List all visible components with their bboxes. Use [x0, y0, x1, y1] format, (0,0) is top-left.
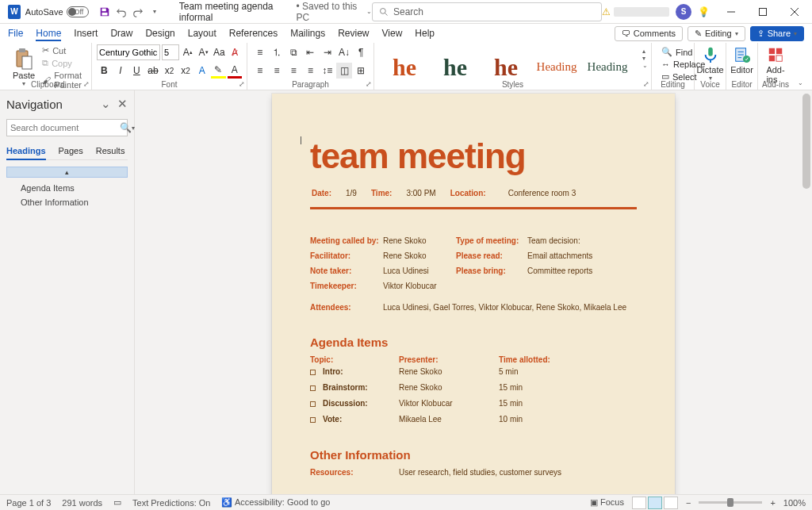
copy-button[interactable]: ⧉ Copy [40, 57, 86, 69]
font-size-select[interactable] [162, 44, 179, 60]
zoom-level[interactable]: 100% [783, 498, 806, 508]
tab-home[interactable]: Home [36, 25, 61, 41]
focus-mode[interactable]: ▣ Focus [590, 497, 624, 508]
superscript-button[interactable]: x2 [178, 63, 193, 79]
zoom-out-icon[interactable]: − [686, 498, 691, 508]
save-icon[interactable] [96, 2, 113, 21]
replace-button[interactable]: ↔ Replace [660, 59, 686, 70]
nav-heading-item[interactable]: Agenda Items [6, 181, 128, 195]
styles-launcher[interactable]: ⤢ [643, 80, 649, 88]
nav-chevron-icon[interactable]: ⌄ [101, 97, 111, 111]
tab-help[interactable]: Help [415, 25, 435, 41]
page-indicator[interactable]: Page 1 of 3 [6, 498, 51, 508]
increase-indent-icon[interactable]: ⇥ [320, 44, 335, 60]
line-spacing-icon[interactable]: ↕≡ [320, 63, 335, 79]
print-layout-icon[interactable] [648, 497, 662, 509]
clipboard-launcher[interactable]: ⤢ [83, 80, 90, 88]
clear-format-icon[interactable]: A̷ [228, 44, 242, 60]
tab-mailings[interactable]: Mailings [290, 25, 325, 41]
tab-view[interactable]: View [382, 25, 403, 41]
maximize-button[interactable] [749, 1, 777, 23]
nav-search-field[interactable] [10, 123, 120, 132]
bold-button[interactable]: B [97, 63, 112, 79]
nav-tab-pages[interactable]: Pages [59, 146, 83, 159]
styles-more-icon[interactable]: ⌄ [642, 62, 648, 69]
style-item[interactable]: he [482, 51, 530, 84]
nav-tab-results[interactable]: Results [96, 146, 125, 159]
styles-up-icon[interactable]: ▴ [642, 48, 648, 55]
tab-insert[interactable]: Insert [74, 25, 98, 41]
warning-icon[interactable]: ⚠ [602, 6, 611, 17]
language-icon[interactable]: ▭ [113, 497, 121, 508]
sort-icon[interactable]: A↓ [336, 44, 351, 60]
undo-icon[interactable] [113, 2, 129, 21]
paragraph-launcher[interactable]: ⤢ [366, 80, 372, 88]
collapse-ribbon-icon[interactable]: ⌄ [798, 79, 803, 86]
underline-button[interactable]: U [129, 63, 144, 79]
strikethrough-button[interactable]: ab [146, 63, 161, 79]
font-launcher[interactable]: ⤢ [239, 80, 245, 88]
tab-review[interactable]: Review [338, 25, 369, 41]
tab-references[interactable]: References [229, 25, 278, 41]
numbering-icon[interactable]: ⒈ [269, 44, 284, 60]
lightbulb-icon[interactable]: 💡 [695, 2, 714, 21]
align-center-icon[interactable]: ≡ [269, 63, 284, 79]
font-color-icon[interactable]: A [228, 63, 243, 79]
cut-button[interactable]: ✂ Cut [40, 44, 86, 56]
editing-mode-button[interactable]: ✎ Editing ▾ [688, 26, 745, 41]
document-title[interactable]: Team meeting agenda informal • Saved to … [179, 1, 372, 23]
styles-down-icon[interactable]: ▾ [642, 55, 648, 62]
tab-draw[interactable]: Draw [110, 25, 132, 41]
shrink-font-icon[interactable]: A▾ [197, 44, 211, 60]
editor-button[interactable]: Editor [731, 44, 753, 76]
nav-heading-item[interactable]: Other Information [6, 195, 128, 209]
minimize-button[interactable] [717, 1, 745, 23]
read-mode-icon[interactable] [632, 497, 646, 509]
zoom-slider[interactable] [699, 501, 762, 504]
vertical-scrollbar[interactable] [801, 90, 812, 494]
style-item[interactable]: Heading [533, 51, 580, 84]
justify-icon[interactable]: ≡ [303, 63, 318, 79]
text-predictions[interactable]: Text Predictions: On [132, 498, 210, 508]
dictate-button[interactable]: Dictate▾ [699, 44, 721, 83]
page[interactable]: team meeting Date: 1/9 Time: 3:00 PM Loc… [272, 94, 675, 494]
checkbox-icon[interactable] [310, 385, 316, 391]
grow-font-icon[interactable]: A▴ [181, 44, 195, 60]
nav-search-input[interactable]: 🔍▾ [6, 119, 128, 136]
subscript-button[interactable]: x2 [162, 63, 177, 79]
checkbox-icon[interactable] [310, 417, 316, 423]
user-avatar[interactable]: S [676, 4, 691, 20]
zoom-in-icon[interactable]: + [770, 498, 775, 508]
bullets-icon[interactable]: ≡ [252, 44, 267, 60]
checkbox-icon[interactable] [310, 401, 316, 407]
font-name-select[interactable] [97, 44, 160, 60]
highlight-icon[interactable]: ✎ [211, 63, 226, 79]
borders-icon[interactable]: ⊞ [354, 63, 369, 79]
autosave-toggle[interactable]: AutoSave Off [25, 6, 90, 17]
nav-tab-headings[interactable]: Headings [6, 146, 46, 160]
redo-icon[interactable] [130, 2, 147, 21]
nav-collapse-bar[interactable]: ▴ [6, 167, 128, 178]
shading-icon[interactable]: ◫ [336, 63, 351, 79]
comments-button[interactable]: 🗨 Comments [615, 26, 683, 41]
align-right-icon[interactable]: ≡ [286, 63, 301, 79]
find-button[interactable]: 🔍 Find [660, 46, 686, 58]
style-item[interactable]: Heading [584, 51, 631, 84]
style-item[interactable]: he [431, 51, 479, 84]
multilevel-icon[interactable]: ⧉ [286, 44, 301, 60]
style-item[interactable]: he [381, 51, 428, 84]
search-input[interactable]: Search [372, 2, 602, 21]
scrollbar-thumb[interactable] [802, 94, 810, 189]
tab-file[interactable]: File [8, 25, 23, 41]
account-name[interactable] [614, 7, 669, 17]
show-marks-icon[interactable]: ¶ [354, 44, 369, 60]
italic-button[interactable]: I [113, 63, 128, 79]
change-case-icon[interactable]: Aa [213, 44, 227, 60]
tab-layout[interactable]: Layout [188, 25, 216, 41]
align-left-icon[interactable]: ≡ [252, 63, 267, 79]
decrease-indent-icon[interactable]: ⇤ [303, 44, 318, 60]
web-layout-icon[interactable] [664, 497, 678, 509]
word-count[interactable]: 291 words [62, 498, 102, 508]
qat-customize-icon[interactable]: ▾ [147, 2, 163, 21]
tab-design[interactable]: Design [145, 25, 174, 41]
